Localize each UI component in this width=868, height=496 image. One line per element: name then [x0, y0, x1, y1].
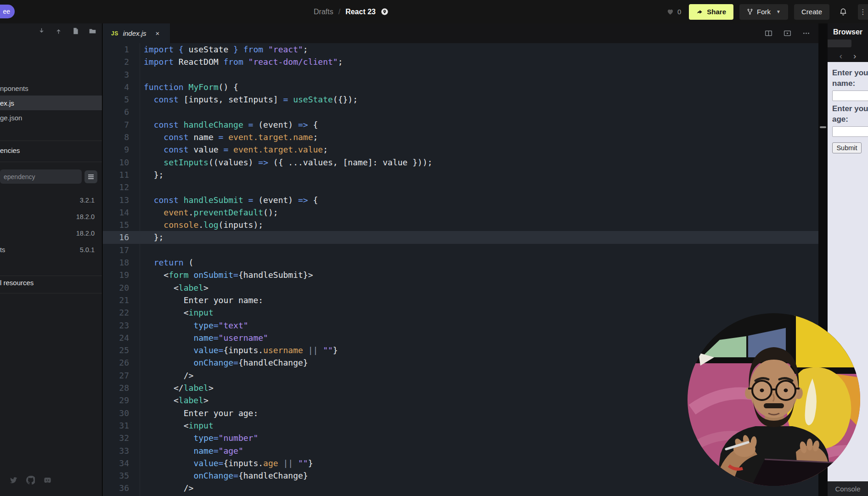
- dependency-row[interactable]: 3.2.1: [0, 192, 102, 209]
- social-links: [0, 473, 52, 487]
- likes-count: 0: [677, 8, 681, 16]
- code-line[interactable]: 14 event.preventDefault();: [103, 206, 818, 219]
- external-resources-header[interactable]: l resources: [0, 279, 34, 287]
- file-row[interactable]: ge.json: [0, 110, 102, 125]
- fork-button[interactable]: Fork ▼: [739, 4, 788, 20]
- forward-arrow-icon[interactable]: ›: [853, 51, 856, 61]
- tab-close-icon[interactable]: ×: [156, 29, 160, 37]
- add-dependency-placeholder: ependency: [4, 173, 35, 180]
- resizer-drag-handle[interactable]: [820, 126, 826, 128]
- file-explorer-sidebar: nponentsex.jsge.json encies ependency 3.…: [0, 23, 102, 496]
- tab-label: index.js: [123, 29, 147, 37]
- browser-navigation: ‹ ›: [828, 51, 868, 61]
- breadcrumb-current[interactable]: React 23: [345, 8, 376, 16]
- code-line[interactable]: 2import ReactDOM from "react-dom/client"…: [103, 56, 818, 68]
- more-options-icon[interactable]: [802, 29, 810, 37]
- presenter-video: [688, 313, 860, 486]
- code-line[interactable]: 11 };: [103, 169, 818, 181]
- dependency-row[interactable]: ts5.0.1: [0, 242, 102, 258]
- share-arrow-icon: [696, 8, 703, 15]
- notifications-bell-button[interactable]: [835, 4, 851, 20]
- code-line[interactable]: 16 };: [103, 231, 818, 243]
- dependencies-header[interactable]: encies: [0, 147, 20, 154]
- submit-button[interactable]: Submit: [832, 142, 862, 153]
- plan-badge-label: ee: [3, 8, 10, 15]
- file-row[interactable]: ex.js: [0, 96, 102, 110]
- browser-tab-indicator: [828, 39, 851, 47]
- share-button[interactable]: Share: [689, 4, 733, 20]
- split-view-icon[interactable]: [765, 29, 772, 37]
- divider: [0, 293, 102, 293]
- code-line[interactable]: 9 const value = event.target.value;: [103, 143, 818, 156]
- code-line[interactable]: 21 Enter your name:: [103, 294, 818, 306]
- upload-icon[interactable]: [55, 27, 62, 35]
- bell-icon: [839, 8, 847, 16]
- file-list: nponentsex.jsge.json: [0, 81, 102, 125]
- code-line[interactable]: 12: [103, 181, 818, 193]
- code-line[interactable]: 18 return (: [103, 256, 818, 269]
- filter-lines-icon: [88, 174, 94, 180]
- code-line[interactable]: 6: [103, 106, 818, 118]
- code-line[interactable]: 13 const handleSubmit = (event) => {: [103, 194, 818, 206]
- visibility-globe-icon[interactable]: [381, 8, 389, 16]
- code-line[interactable]: 17: [103, 244, 818, 256]
- dependency-filter-button[interactable]: [85, 170, 97, 183]
- code-line[interactable]: 8 const name = event.target.name;: [103, 131, 818, 143]
- dependency-row[interactable]: 18.2.0: [0, 225, 102, 242]
- editor-view-controls: [765, 23, 810, 43]
- code-line[interactable]: 7 const handleChange = (event) => {: [103, 118, 818, 131]
- discord-icon[interactable]: [43, 476, 52, 485]
- twitter-icon[interactable]: [9, 476, 18, 485]
- code-line[interactable]: 36 />: [103, 482, 818, 494]
- code-line[interactable]: 22 <input: [103, 306, 818, 319]
- heart-icon: [666, 8, 674, 16]
- codesandbox-window: ee Drafts / React 23 0 Sha: [0, 0, 868, 496]
- download-icon[interactable]: [38, 27, 45, 35]
- name-field-label: Enter your name:: [832, 68, 868, 89]
- code-line[interactable]: 10 setInputs((values) => ({ ...values, […: [103, 156, 818, 169]
- code-line[interactable]: 3: [103, 68, 818, 81]
- code-line[interactable]: 4function MyForm() {: [103, 81, 818, 93]
- divider: [0, 141, 102, 141]
- fork-button-label: Fork: [757, 8, 771, 16]
- console-label: Console: [835, 485, 860, 493]
- share-button-label: Share: [707, 8, 726, 16]
- preview-icon[interactable]: [783, 29, 791, 37]
- code-line[interactable]: 35 onChange={handleChange}: [103, 469, 818, 482]
- file-row[interactable]: nponents: [0, 81, 102, 96]
- create-button[interactable]: Create: [794, 4, 829, 20]
- tab-browser[interactable]: Browser: [828, 28, 868, 36]
- code-line[interactable]: 20 <label>: [103, 282, 818, 294]
- new-file-icon[interactable]: [72, 27, 79, 35]
- console-bar[interactable]: Console: [828, 481, 868, 496]
- code-line[interactable]: 23 type="text": [103, 319, 818, 332]
- javascript-file-icon: JS: [111, 30, 118, 37]
- topbar-actions: 0 Share Fork ▼ Create: [666, 0, 868, 23]
- age-input[interactable]: [832, 126, 868, 137]
- code-line[interactable]: 15 console.log(inputs);: [103, 219, 818, 231]
- tab-index-js[interactable]: JS index.js ×: [103, 23, 170, 43]
- fork-icon: [747, 8, 753, 15]
- code-line[interactable]: 5 const [inputs, setInputs] = useState({…: [103, 93, 818, 106]
- add-dependency-input[interactable]: ependency: [0, 169, 82, 184]
- back-arrow-icon[interactable]: ‹: [840, 51, 842, 61]
- dependency-row[interactable]: 18.2.0: [0, 209, 102, 225]
- new-folder-icon[interactable]: [89, 27, 96, 35]
- top-bar: ee Drafts / React 23 0 Sha: [0, 0, 868, 23]
- divider: [0, 276, 102, 276]
- create-button-label: Create: [801, 8, 822, 16]
- github-icon[interactable]: [26, 476, 35, 485]
- likes[interactable]: 0: [666, 8, 681, 16]
- plan-badge[interactable]: ee: [0, 5, 15, 18]
- webcam-overlay: [688, 313, 860, 486]
- name-input[interactable]: [832, 90, 868, 101]
- breadcrumb-parent[interactable]: Drafts: [314, 8, 333, 16]
- code-line[interactable]: 19 <form onSubmit={handleSubmit}>: [103, 269, 818, 281]
- breadcrumb: Drafts / React 23: [314, 0, 389, 23]
- code-line[interactable]: 1import { useState } from "react";: [103, 43, 818, 56]
- fork-caret-icon[interactable]: ▼: [776, 9, 781, 14]
- more-menu-button[interactable]: ⋮: [858, 4, 868, 20]
- explorer-toolbar: [38, 27, 96, 35]
- divider: [0, 162, 102, 162]
- age-field-label: Enter your age:: [832, 103, 868, 124]
